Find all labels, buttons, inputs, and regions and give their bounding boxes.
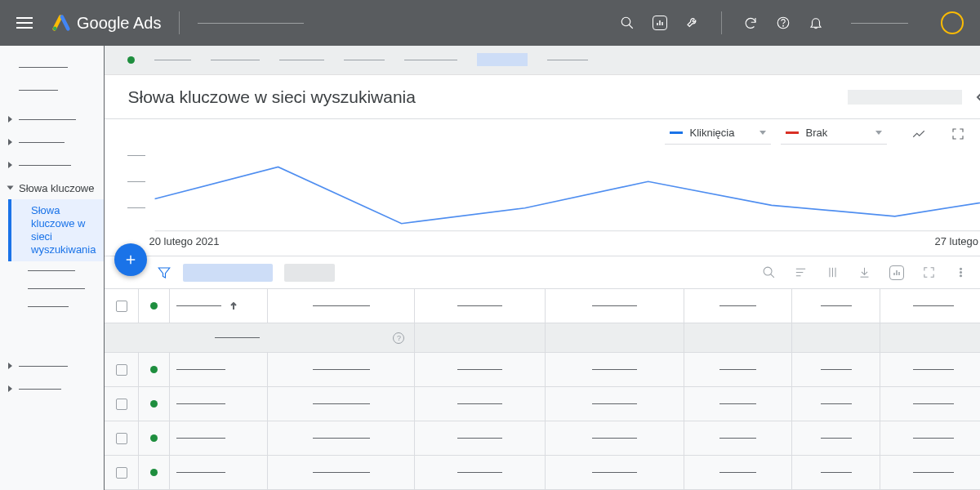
- notifications-icon[interactable]: [808, 16, 823, 30]
- breadcrumb-item[interactable]: [154, 60, 191, 60]
- table-row[interactable]: [105, 353, 980, 387]
- product-logo[interactable]: Google Ads: [52, 14, 161, 33]
- svg-point-7: [783, 25, 784, 26]
- column-header[interactable]: [792, 289, 880, 323]
- table-row[interactable]: [105, 421, 980, 456]
- chart-panel: Kliknięcia Brak: [105, 119, 980, 256]
- expand-icon[interactable]: [922, 265, 936, 279]
- breadcrumb-bar: [105, 46, 980, 75]
- tools-icon[interactable]: [685, 16, 700, 30]
- keywords-table: ?: [105, 289, 980, 490]
- sidebar-item[interactable]: [0, 56, 104, 78]
- column-header[interactable]: [415, 289, 546, 323]
- chevron-down-icon: [875, 131, 882, 135]
- more-icon[interactable]: [954, 265, 968, 279]
- sidebar-item[interactable]: [0, 377, 104, 400]
- sidebar-item[interactable]: [0, 354, 104, 377]
- refresh-icon[interactable]: [743, 16, 758, 30]
- column-header[interactable]: [268, 289, 415, 323]
- breadcrumb-item[interactable]: [547, 60, 588, 60]
- search-icon[interactable]: [762, 265, 776, 279]
- status-dot-icon: [150, 302, 158, 310]
- google-ads-logo-icon: [52, 14, 70, 32]
- page-title: Słowa kluczowe w sieci wyszukiwania: [127, 87, 415, 107]
- chart-canvas: [127, 149, 980, 230]
- left-sidebar: Słowa kluczowe Słowa kluczowe w sieci wy…: [0, 46, 105, 490]
- search-icon[interactable]: [620, 16, 635, 30]
- hamburger-menu-icon[interactable]: [16, 17, 33, 29]
- help-icon[interactable]: ?: [393, 332, 404, 344]
- sidebar-subitem[interactable]: [0, 261, 104, 279]
- breadcrumb-item[interactable]: [279, 60, 324, 60]
- breadcrumb-item-active[interactable]: [477, 53, 528, 66]
- metric-dropdown-1[interactable]: Kliknięcia: [665, 123, 771, 145]
- sidebar-item[interactable]: [0, 78, 104, 101]
- row-checkbox[interactable]: [116, 467, 127, 479]
- column-header[interactable]: [546, 289, 684, 323]
- header-separator: [179, 11, 180, 34]
- product-name: Google Ads: [77, 14, 161, 33]
- chevron-down-icon: [760, 131, 766, 135]
- metric-swatch-icon: [670, 131, 683, 134]
- columns-icon[interactable]: [826, 265, 840, 279]
- status-dot-icon: [150, 434, 158, 442]
- sidebar-subitem[interactable]: [0, 279, 104, 297]
- row-checkbox[interactable]: [116, 364, 127, 376]
- filter-chip[interactable]: [183, 264, 273, 282]
- fullscreen-icon[interactable]: [951, 127, 965, 141]
- sidebar-subitem[interactable]: [0, 297, 104, 315]
- svg-point-33: [960, 275, 962, 277]
- sidebar-item[interactable]: [0, 131, 104, 154]
- breadcrumb-item[interactable]: [404, 60, 457, 60]
- sort-asc-icon: [229, 302, 238, 310]
- account-placeholder[interactable]: [198, 23, 304, 24]
- download-icon[interactable]: [858, 265, 871, 279]
- filter-chip[interactable]: [284, 264, 335, 282]
- table-row[interactable]: [105, 387, 980, 421]
- svg-point-0: [53, 27, 57, 31]
- breadcrumb-item[interactable]: [344, 60, 385, 60]
- select-all-checkbox[interactable]: [116, 301, 127, 312]
- sidebar-item-search-keywords[interactable]: Słowa kluczowe w sieci wyszukiwania: [8, 199, 104, 261]
- breadcrumb-item[interactable]: [211, 60, 260, 60]
- column-header[interactable]: [880, 289, 980, 323]
- add-button[interactable]: [114, 243, 147, 276]
- chart-type-icon[interactable]: [911, 127, 926, 141]
- svg-marker-17: [159, 268, 171, 278]
- status-dot-icon: [150, 469, 158, 476]
- svg-line-19: [771, 274, 774, 278]
- metric-dropdown-2[interactable]: Brak: [781, 123, 887, 145]
- column-header[interactable]: [684, 289, 792, 323]
- segment-icon[interactable]: [794, 265, 808, 279]
- svg-point-32: [960, 272, 962, 274]
- table-toolbar: [105, 256, 980, 289]
- table-summary-row: ?: [105, 323, 980, 353]
- svg-line-2: [629, 24, 633, 29]
- account-name-placeholder[interactable]: [851, 23, 908, 24]
- svg-point-18: [764, 267, 773, 275]
- table-row[interactable]: [105, 456, 980, 490]
- status-dot-icon: [150, 366, 158, 373]
- sidebar-item[interactable]: [0, 108, 104, 131]
- reports-icon[interactable]: [653, 16, 667, 30]
- metric-swatch-icon: [786, 131, 799, 134]
- app-header: Google Ads: [0, 0, 980, 46]
- help-icon[interactable]: [776, 16, 791, 30]
- date-range-picker[interactable]: [848, 90, 962, 105]
- header-actions: [620, 11, 964, 34]
- page-titlebar: Słowa kluczowe w sieci wyszukiwania: [105, 75, 980, 120]
- row-checkbox[interactable]: [116, 433, 127, 444]
- status-dot-icon: [127, 56, 135, 64]
- chevron-left-icon[interactable]: [975, 93, 980, 101]
- svg-point-31: [960, 268, 962, 270]
- sidebar-item-keywords[interactable]: Słowa kluczowe: [0, 176, 104, 199]
- status-dot-icon: [150, 400, 158, 408]
- report-icon[interactable]: [889, 265, 904, 280]
- filter-icon[interactable]: [157, 265, 172, 280]
- column-header[interactable]: [170, 289, 268, 323]
- sidebar-item[interactable]: [0, 154, 104, 176]
- table-header-row: [105, 289, 980, 323]
- row-checkbox[interactable]: [116, 399, 127, 410]
- svg-point-1: [621, 17, 630, 26]
- user-avatar[interactable]: [941, 11, 964, 34]
